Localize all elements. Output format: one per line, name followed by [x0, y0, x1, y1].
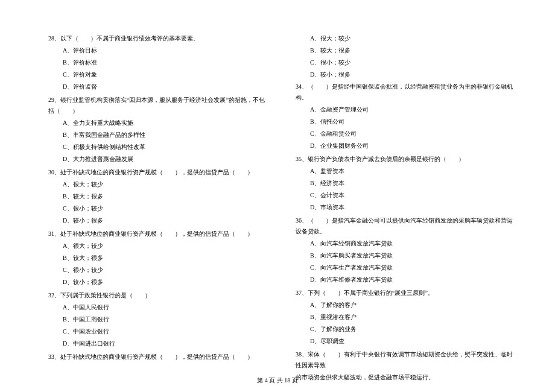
option-b: B、较大；很多 [310, 45, 513, 56]
question-text: 36、（ ）是指汽车金融公司可以提供向汽车经销商发放的采购车辆贷款和营运设备贷款… [296, 215, 513, 237]
options-list: A、全力支持重大战略实施 B、丰富我国金融产品的多样性 C、积极支持供给侧结构性… [48, 118, 265, 165]
option-c: C、很小；较少 [63, 203, 265, 214]
question-31: 31、处于补缺式地位的商业银行资产规模（ ），提供的信贷产品（ ） A、很大；较… [48, 229, 265, 289]
options-list: A、中国人民银行 B、中国工商银行 C、中国农业银行 D、中国进出口银行 [48, 302, 265, 349]
option-a: A、全力支持重大战略实施 [63, 118, 265, 128]
option-b: B、经济资本 [310, 178, 513, 189]
option-d: D、向汽车维修者发放汽车贷款 [310, 274, 513, 285]
option-c: C、向汽车生产者发放汽车贷款 [310, 262, 513, 273]
question-29: 29、银行业监管机构贯彻落实“回归本源，服从服务于经济社会发展”的措施，不包括（… [48, 95, 265, 166]
question-28: 28、以下（ ）不属于商业银行绩效考评的基本要素。 A、评价目标 B、评价标准 … [48, 33, 265, 93]
option-a: A、了解你的客户 [310, 300, 513, 311]
options-list: A、很大；较少 B、较大；很多 C、很小；较少 D、较小；很多 [48, 241, 265, 288]
option-c: C、金融租赁公司 [310, 128, 513, 139]
question-text: 35、银行资产负债表中资产减去负债后的余额是银行的（ ） [296, 154, 513, 165]
option-d: D、较小；很多 [310, 69, 513, 80]
option-b: B、评价标准 [63, 57, 265, 68]
option-c: C、评价对象 [63, 69, 265, 80]
question-33-options: A、很大；较少 B、较大；很多 C、很小；较少 D、较小；很多 [296, 33, 513, 81]
option-c: C、很小；较少 [63, 265, 265, 276]
option-a: A、评价目标 [63, 45, 265, 56]
question-text: 33、处于补缺式地位的商业银行资产规模（ ），提供的信贷产品（ ） [48, 352, 265, 362]
question-text: 30、处于补缺式地位的商业银行资产规模（ ），提供的信贷产品（ ） [48, 167, 265, 178]
question-text: 29、银行业监管机构贯彻落实“回归本源，服从服务于经济社会发展”的措施，不包括（… [48, 95, 265, 116]
question-text: 31、处于补缺式地位的商业银行资产规模（ ），提供的信贷产品（ ） [48, 229, 265, 239]
option-a: A、很大；较少 [310, 33, 513, 44]
options-list: A、了解你的客户 B、重视潜在客户 C、了解你的业务 D、尽职调查 [296, 300, 513, 347]
option-c: C、中国农业银行 [63, 326, 265, 337]
option-a: A、金融资产管理公司 [310, 104, 513, 115]
right-column: A、很大；较少 B、较大；很多 C、很小；较少 D、较小；很多 34、（ ）是指… [296, 33, 513, 365]
option-b: B、中国工商银行 [63, 314, 265, 325]
question-text: 38、宋体（ ）有利于中央银行有效调节市场短期资金供给，熨平突发性、临时性因素导… [296, 349, 513, 371]
option-d: D、大力推进普惠金融发展 [63, 154, 265, 165]
option-b: B、较大；很多 [63, 253, 265, 264]
option-b: B、信托公司 [310, 116, 513, 127]
option-d: D、市场资本 [310, 202, 513, 213]
option-d: D、中国进出口银行 [63, 338, 265, 349]
options-list: A、监管资本 B、经济资本 C、会计资本 D、市场资本 [296, 166, 513, 213]
option-b: B、向汽车购买者发放汽车贷款 [310, 250, 513, 261]
option-a: A、很大；较少 [63, 179, 265, 190]
question-36: 36、（ ）是指汽车金融公司可以提供向汽车经销商发放的采购车辆贷款和营运设备贷款… [296, 215, 513, 286]
option-d: D、较小；很多 [63, 277, 265, 288]
question-33: 33、处于补缺式地位的商业银行资产规模（ ），提供的信贷产品（ ） [48, 352, 265, 364]
option-c: C、了解你的业务 [310, 324, 513, 335]
option-a: A、中国人民银行 [63, 302, 265, 313]
document-content: 28、以下（ ）不属于商业银行绩效考评的基本要素。 A、评价目标 B、评价标准 … [48, 33, 513, 365]
question-text: 32、下列属于政策性银行的是（ ） [48, 290, 265, 301]
option-a: A、很大；较少 [63, 241, 265, 251]
option-a: A、监管资本 [310, 166, 513, 177]
option-c: C、很小；较少 [310, 57, 513, 68]
option-c: C、积极支持供给侧结构性改革 [63, 142, 265, 153]
option-d: D、企业集团财务公司 [310, 141, 513, 151]
options-list: A、向汽车经销商发放汽车贷款 B、向汽车购买者发放汽车贷款 C、向汽车生产者发放… [296, 238, 513, 285]
question-30: 30、处于补缺式地位的商业银行资产规模（ ），提供的信贷产品（ ） A、很大；较… [48, 167, 265, 227]
question-text: 28、以下（ ）不属于商业银行绩效考评的基本要素。 [48, 33, 265, 44]
option-d: D、较小；很多 [63, 215, 265, 226]
left-column: 28、以下（ ）不属于商业银行绩效考评的基本要素。 A、评价目标 B、评价标准 … [48, 33, 265, 365]
option-c: C、会计资本 [310, 190, 513, 201]
option-d: D、尽职调查 [310, 336, 513, 347]
options-list: A、金融资产管理公司 B、信托公司 C、金融租赁公司 D、企业集团财务公司 [296, 104, 513, 151]
option-d: D、评价监督 [63, 81, 265, 92]
question-text: 37、下列（ ）不属于商业银行的“展业三原则”。 [296, 288, 513, 299]
page-footer: 第 4 页 共 18 页 [0, 376, 555, 385]
question-32: 32、下列属于政策性银行的是（ ） A、中国人民银行 B、中国工商银行 C、中国… [48, 290, 265, 350]
question-37: 37、下列（ ）不属于商业银行的“展业三原则”。 A、了解你的客户 B、重视潜在… [296, 288, 513, 348]
option-b: B、较大；很多 [63, 191, 265, 202]
question-34: 34、（ ）是指经中国银保监会批准，以经营融资租赁业务为主的非银行金融机构。 A… [296, 81, 513, 153]
question-35: 35、银行资产负债表中资产减去负债后的余额是银行的（ ） A、监管资本 B、经济… [296, 154, 513, 214]
option-b: B、重视潜在客户 [310, 312, 513, 323]
options-list: A、很大；较少 B、较大；很多 C、很小；较少 D、较小；很多 [48, 179, 265, 226]
option-b: B、丰富我国金融产品的多样性 [63, 130, 265, 141]
options-list: A、评价目标 B、评价标准 C、评价对象 D、评价监督 [48, 45, 265, 92]
option-a: A、向汽车经销商发放汽车贷款 [310, 238, 513, 249]
question-text: 34、（ ）是指经中国银保监会批准，以经营融资租赁业务为主的非银行金融机构。 [296, 81, 513, 103]
